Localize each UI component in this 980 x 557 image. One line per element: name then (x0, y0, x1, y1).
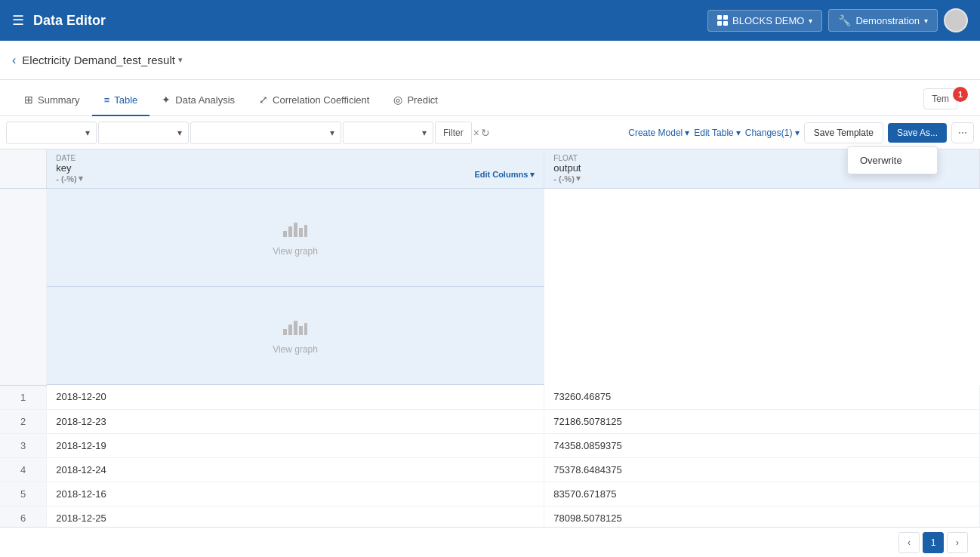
save-dropdown-menu: Overwrite (847, 146, 938, 174)
row-value-cell: 75378.6484375 (544, 457, 980, 482)
create-model-chevron: ▾ (685, 128, 689, 138)
table-tab-icon: ≡ (104, 94, 110, 106)
filter-select-4-chevron: ▾ (422, 128, 427, 138)
correlation-icon: ⤢ (259, 94, 268, 106)
date-graph-area[interactable]: View graph (47, 189, 544, 287)
changes-link[interactable]: Changes(1) ▾ (745, 128, 800, 138)
output-view-graph-label: View graph (273, 344, 318, 355)
create-model-link[interactable]: Create Model ▾ (628, 128, 689, 138)
app-header: ☰ Data Editor BLOCKS DEMO ▾ 🔧 Demonstrat… (0, 0, 980, 41)
svg-rect-2 (294, 223, 297, 237)
filter-select-2[interactable]: ▾ (98, 122, 189, 144)
template-partial-button[interactable]: Tem (923, 88, 957, 109)
clear-filter-icon[interactable]: × (473, 127, 479, 139)
tab-data-analysis[interactable]: ✦ Data Analysis (149, 85, 247, 116)
refresh-icon[interactable]: ↻ (481, 127, 490, 139)
filter-select-3[interactable]: ▾ (190, 122, 341, 144)
row-date-cell: 2018-12-16 (47, 482, 544, 506)
pagination: ‹ 1 › (0, 527, 980, 557)
tab-right-area: Tem 1 (923, 88, 968, 115)
edit-table-link[interactable]: Edit Table ▾ (694, 128, 740, 138)
row-value-cell: 74358.0859375 (544, 433, 980, 457)
table-body: 1 2018-12-20 73260.46875 2 2018-12-23 72… (0, 385, 980, 527)
app-chevron-icon: ▾ (809, 17, 812, 25)
svg-rect-5 (283, 329, 287, 335)
table-container[interactable]: DATE key - (-%) ▾ Edit Columns ▾ FLOAT (0, 149, 980, 527)
tab-predict-label: Predict (407, 94, 437, 106)
wrench-icon: 🔧 (838, 14, 851, 26)
template-badge: 1 (953, 87, 968, 102)
tab-summary-label: Summary (38, 94, 80, 106)
date-view-graph[interactable]: View graph (273, 219, 318, 257)
output-view-graph[interactable]: View graph (273, 317, 318, 355)
date-view-graph-label: View graph (273, 246, 318, 257)
output-graph-area[interactable]: View graph (47, 287, 544, 385)
svg-rect-4 (304, 225, 307, 237)
filter-button[interactable]: Filter (435, 122, 472, 144)
data-table: DATE key - (-%) ▾ Edit Columns ▾ FLOAT (0, 149, 980, 527)
row-date-cell: 2018-12-20 (47, 385, 544, 409)
grid-icon (717, 15, 728, 26)
app-name-label: BLOCKS DEMO (732, 15, 804, 26)
table-row: 2 2018-12-23 72186.5078125 (0, 409, 980, 433)
back-button[interactable]: ‹ (12, 54, 16, 67)
tab-data-analysis-label: Data Analysis (175, 94, 235, 106)
tab-predict[interactable]: ◎ Predict (381, 85, 449, 116)
tab-table-label: Table (114, 94, 137, 106)
edit-table-chevron: ▾ (736, 128, 741, 138)
more-options-button[interactable]: ⋯ (951, 122, 974, 143)
svg-rect-7 (294, 321, 297, 335)
edit-columns-link[interactable]: Edit Columns ▾ (474, 170, 535, 180)
filter-select-3-chevron: ▾ (330, 128, 334, 138)
changes-chevron: ▾ (795, 128, 800, 138)
user-menu-button[interactable]: 🔧 Demonstration ▾ (828, 9, 938, 32)
tab-correlation[interactable]: ⤢ Correlation Coefficient (247, 85, 381, 116)
avatar[interactable] (944, 8, 968, 32)
row-date-cell: 2018-12-23 (47, 409, 544, 433)
toolbar: ▾ ▾ ▾ ▾ Filter × ↻ Create Model ▾ Edit T… (0, 116, 980, 149)
sub-header: ‹ Electricity Demand_test_result ▾ (0, 41, 980, 80)
next-page-button[interactable]: › (947, 532, 968, 553)
prev-page-button[interactable]: ‹ (898, 532, 920, 553)
row-value-cell: 78098.5078125 (544, 506, 980, 527)
filter-select-1-chevron: ▾ (85, 128, 90, 138)
overwrite-option[interactable]: Overwrite (848, 147, 937, 174)
menu-icon[interactable]: ☰ (12, 12, 24, 29)
output-meta-chevron[interactable]: ▾ (576, 174, 581, 183)
svg-rect-3 (299, 228, 303, 237)
tab-summary[interactable]: ⊞ Summary (12, 85, 92, 116)
row-num-header (0, 149, 47, 189)
row-value-cell: 73260.46875 (544, 385, 980, 409)
tab-table[interactable]: ≡ Table (92, 85, 150, 116)
table-row: 5 2018-12-16 83570.671875 (0, 482, 980, 506)
svg-rect-0 (283, 231, 287, 237)
table-row: 4 2018-12-24 75378.6484375 (0, 457, 980, 482)
edit-cols-chevron: ▾ (530, 170, 535, 179)
row-date-cell: 2018-12-19 (47, 433, 544, 457)
save-template-button[interactable]: Save Template (804, 122, 883, 143)
date-graph-icon (283, 219, 307, 242)
breadcrumb-chevron-icon[interactable]: ▾ (178, 55, 183, 65)
row-num-cell: 2 (0, 409, 47, 433)
row-date-cell: 2018-12-24 (47, 457, 544, 482)
template-partial-label: Tem (932, 94, 949, 104)
breadcrumb: Electricity Demand_test_result ▾ (22, 54, 183, 66)
tabs-bar: ⊞ Summary ≡ Table ✦ Data Analysis ⤢ Corr… (0, 80, 980, 116)
filter-select-1[interactable]: ▾ (6, 122, 97, 144)
app-selector-button[interactable]: BLOCKS DEMO ▾ (707, 10, 822, 32)
data-analysis-icon: ✦ (162, 94, 171, 106)
row-num-cell: 6 (0, 506, 47, 527)
row-num-cell: 4 (0, 457, 47, 482)
svg-rect-1 (288, 226, 292, 237)
row-value-cell: 83570.671875 (544, 482, 980, 506)
toolbar-actions: Create Model ▾ Edit Table ▾ Changes(1) ▾… (628, 122, 974, 143)
date-col-header: DATE key - (-%) ▾ Edit Columns ▾ (47, 149, 544, 189)
current-page-button[interactable]: 1 (923, 532, 944, 553)
date-meta-chevron[interactable]: ▾ (79, 174, 83, 183)
summary-tab-icon: ⊞ (24, 94, 33, 106)
output-graph-icon (283, 317, 307, 340)
table-row: 6 2018-12-25 78098.5078125 (0, 506, 980, 527)
save-as-button[interactable]: Save As... (888, 123, 947, 143)
filter-select-4[interactable]: ▾ (343, 122, 433, 144)
row-num-cell: 1 (0, 385, 47, 409)
